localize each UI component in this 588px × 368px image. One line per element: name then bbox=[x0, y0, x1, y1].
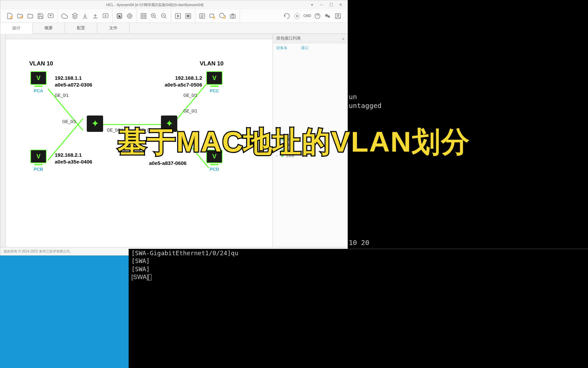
switch-icon: ✦ bbox=[161, 116, 177, 132]
vlan-label-a: VLAN 10 bbox=[29, 60, 53, 67]
pcb-info: 192.168.2.1a0e5-a35e-0406 bbox=[55, 152, 92, 165]
cloud-icon[interactable] bbox=[61, 12, 69, 20]
vlan-label-c: VLAN 10 bbox=[200, 60, 224, 67]
pc-icon: V bbox=[30, 71, 47, 85]
terminal-line: [SWA] bbox=[129, 257, 588, 265]
copyright-text: 版权所有 © 2014-2022 新华三技术有限公司。 bbox=[4, 249, 73, 254]
panel-header[interactable]: 抓包接口列表 ▴ bbox=[273, 34, 347, 43]
svg-point-25 bbox=[328, 15, 330, 18]
zoom-out-icon[interactable] bbox=[160, 12, 168, 20]
node-pcc[interactable]: V PCC bbox=[206, 71, 223, 93]
cmd-icon[interactable]: CMD bbox=[303, 12, 311, 20]
collapse-icon[interactable]: ▴ bbox=[342, 36, 344, 40]
wechat-icon[interactable] bbox=[324, 12, 332, 20]
link-swa-swb[interactable] bbox=[101, 124, 165, 125]
node-pca[interactable]: V PCA bbox=[30, 71, 47, 93]
view-tabs: 设计 概要 配置 文件 bbox=[0, 23, 347, 34]
dropdown-icon[interactable]: ▾ bbox=[307, 1, 317, 8]
tab-config[interactable]: 配置 bbox=[65, 23, 97, 33]
bg-term-line: 10 20 bbox=[349, 239, 369, 247]
port-pca: GE_0/1 bbox=[55, 93, 69, 98]
capture-panel: 抓包接口列表 ▴ 设备名 接口 ▸PCC ▸PCD ▸SWA ▸SWB bbox=[273, 34, 347, 247]
svg-point-24 bbox=[325, 14, 328, 17]
open-icon[interactable] bbox=[26, 12, 34, 20]
node-swa[interactable]: ✦ bbox=[87, 116, 103, 132]
ruler-left bbox=[0, 34, 6, 247]
cursor-icon bbox=[148, 274, 151, 280]
blue-background-strip bbox=[0, 255, 129, 368]
node-pcb[interactable]: V PCB bbox=[30, 150, 47, 172]
svg-rect-17 bbox=[210, 14, 214, 17]
pcc-info: 192.168.1.2a0e5-a5c7-0506 bbox=[148, 75, 202, 88]
port-link-b: GE_0/24 bbox=[139, 128, 155, 133]
stop-icon[interactable] bbox=[184, 12, 192, 20]
ruler-top bbox=[0, 34, 273, 39]
save-icon[interactable] bbox=[36, 12, 45, 20]
svg-rect-10 bbox=[144, 16, 146, 18]
new-file-icon[interactable] bbox=[6, 12, 14, 20]
main-toolbar: CMD bbox=[0, 9, 347, 23]
window-controls: ▾ ─ ☐ ✕ bbox=[307, 1, 345, 8]
switch-icon: ✦ bbox=[87, 116, 103, 132]
layers-icon[interactable] bbox=[71, 12, 79, 20]
pc-icon: V bbox=[206, 71, 223, 85]
user-icon[interactable] bbox=[334, 12, 342, 20]
bg-term-line: un bbox=[349, 93, 357, 101]
panel-columns: 设备名 接口 bbox=[273, 43, 347, 52]
port-pcc: GE_0/1 bbox=[183, 93, 197, 98]
port-swb: GE_0/1 bbox=[183, 109, 197, 113]
svg-point-6 bbox=[129, 15, 131, 17]
bg-term-line: untagged bbox=[349, 102, 381, 110]
list-item[interactable]: ▸SWA bbox=[273, 148, 347, 153]
tab-file[interactable]: 文件 bbox=[97, 23, 130, 33]
close-button[interactable]: ✕ bbox=[336, 1, 345, 8]
grid-icon[interactable] bbox=[140, 12, 148, 20]
tab-design[interactable]: 设计 bbox=[0, 23, 33, 34]
node-pcd[interactable]: V PCD bbox=[206, 150, 223, 172]
camera-icon[interactable] bbox=[229, 12, 237, 20]
svg-point-22 bbox=[296, 15, 298, 17]
svg-point-27 bbox=[337, 14, 339, 16]
zoom-in-icon[interactable] bbox=[150, 12, 158, 20]
upload-icon[interactable] bbox=[91, 12, 99, 20]
select-icon[interactable] bbox=[115, 12, 124, 20]
download-icon[interactable] bbox=[81, 12, 89, 20]
pc-icon: V bbox=[206, 150, 223, 163]
node-swb[interactable]: ✦ bbox=[161, 116, 177, 132]
add-device-icon[interactable] bbox=[208, 12, 216, 20]
svg-rect-9 bbox=[141, 16, 143, 18]
add-cloud-icon[interactable] bbox=[218, 12, 227, 20]
settings-icon[interactable] bbox=[293, 12, 301, 20]
hcl-app-window: HCL - ltyexam04 [e:\计网学期2\实验04划分vlan\lty… bbox=[0, 0, 348, 256]
play-icon[interactable] bbox=[174, 12, 182, 20]
titlebar: HCL - ltyexam04 [e:\计网学期2\实验04划分vlan\lty… bbox=[0, 0, 347, 9]
list-item[interactable]: ▸PCD bbox=[273, 142, 347, 148]
help-icon[interactable] bbox=[313, 12, 322, 20]
port-swa: GE_0/1 bbox=[62, 119, 76, 124]
minimize-button[interactable]: ─ bbox=[317, 1, 326, 8]
terminal-line: [SWA-GigabitEthernet1/0/24]qu bbox=[129, 249, 588, 257]
list-item[interactable]: ▸PCC bbox=[273, 137, 347, 142]
terminal-line: [SWA] bbox=[129, 273, 588, 281]
pcd-info: a0e5-a837-0606 bbox=[149, 160, 186, 167]
tab-overview[interactable]: 概要 bbox=[33, 23, 65, 33]
topology-canvas[interactable]: VLAN 10 VLAN 10 192.168.1.1a0e5-a072-030… bbox=[0, 34, 273, 247]
content-area: VLAN 10 VLAN 10 192.168.1.1a0e5-a072-030… bbox=[0, 34, 347, 247]
list-icon[interactable] bbox=[198, 12, 206, 20]
pca-info: 192.168.1.1a0e5-a072-0306 bbox=[55, 75, 92, 88]
maximize-button[interactable]: ☐ bbox=[326, 1, 336, 8]
svg-point-21 bbox=[232, 15, 234, 17]
svg-point-5 bbox=[127, 14, 132, 18]
import-icon[interactable] bbox=[101, 12, 110, 20]
svg-rect-7 bbox=[141, 13, 143, 15]
target-icon[interactable] bbox=[126, 12, 134, 20]
export-icon[interactable] bbox=[47, 12, 55, 20]
device-list: ▸PCC ▸PCD ▸SWA ▸SWB bbox=[273, 135, 347, 247]
new-folder-icon[interactable] bbox=[16, 12, 24, 20]
svg-rect-8 bbox=[144, 13, 146, 15]
undo-icon[interactable] bbox=[283, 12, 291, 20]
terminal-panel[interactable]: [SWA-GigabitEthernet1/0/24]qu [SWA] [SWA… bbox=[129, 249, 588, 300]
svg-rect-15 bbox=[187, 15, 190, 17]
window-title: HCL - ltyexam04 [e:\计网学期2\实验04划分vlan\lty… bbox=[2, 2, 307, 7]
list-item[interactable]: ▸SWB bbox=[273, 153, 347, 158]
